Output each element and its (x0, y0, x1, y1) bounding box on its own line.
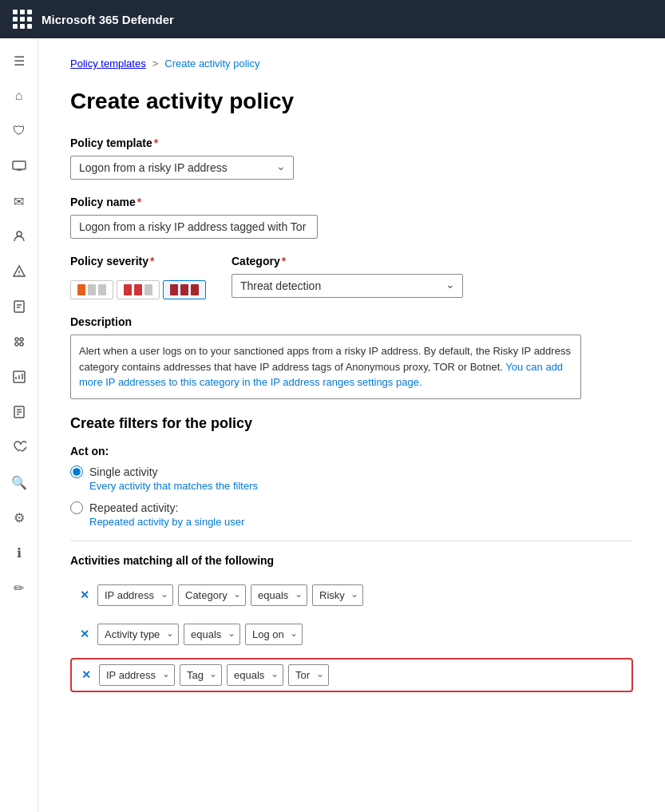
policy-name-label: Policy name* (70, 196, 633, 208)
breadcrumb-separator: > (152, 57, 159, 69)
policy-template-select[interactable]: Logon from a risky IP address (70, 156, 294, 180)
filter-2-remove-button[interactable]: ✕ (77, 626, 93, 642)
act-on-label: Act on: (70, 445, 633, 457)
identity-icon[interactable] (3, 220, 35, 252)
single-activity-sublabel: Every activity that matches the filters (89, 480, 633, 492)
filter-3-field4-select[interactable]: Tor (288, 664, 329, 686)
filter-3-field3-wrapper: equals (227, 664, 283, 686)
svg-point-3 (18, 274, 20, 275)
filter-2-field1-wrapper: Activity type (97, 624, 179, 645)
filter-3-field1-select[interactable]: IP address (99, 664, 175, 686)
category-select-wrapper: Threat detection (232, 274, 463, 298)
filter-3-field2-select[interactable]: Tag (180, 664, 222, 686)
severity-options (70, 280, 206, 299)
home-icon[interactable]: ⌂ (3, 80, 35, 112)
app-title: Microsoft 365 Defender (42, 13, 174, 26)
category-section: Category* Threat detection (232, 255, 463, 298)
edit-icon[interactable]: ✏ (3, 572, 35, 604)
app-launcher-icon[interactable] (13, 10, 32, 29)
policy-template-section: Policy template* Logon from a risky IP a… (70, 137, 633, 180)
severity-low-button[interactable] (70, 280, 113, 299)
severity-label: Policy severity* (70, 255, 206, 267)
filter-2-field1-select[interactable]: Activity type (97, 624, 179, 645)
filter-1-field4-wrapper: Risky (312, 584, 363, 606)
svg-point-5 (15, 338, 18, 341)
section-divider (70, 541, 633, 541)
breadcrumb: Policy templates > Create activity polic… (70, 57, 633, 69)
shield-icon[interactable]: 🛡 (3, 115, 35, 147)
filter-2-field3-select[interactable]: Log on (245, 624, 303, 645)
policy-name-section: Policy name* (70, 196, 633, 239)
filter-3-field1-wrapper: IP address (99, 664, 175, 686)
category-label: Category* (232, 255, 463, 267)
topbar: Microsoft 365 Defender (0, 0, 665, 38)
filter-3-field3-select[interactable]: equals (227, 664, 283, 686)
filter-2-field3-wrapper: Log on (245, 624, 303, 645)
filter-1-field2-wrapper: Category (178, 584, 246, 606)
category-select[interactable]: Threat detection (232, 274, 463, 298)
apps-icon[interactable] (3, 326, 35, 358)
severity-medium-button[interactable] (117, 280, 160, 299)
filter-2-field2-wrapper: equals (184, 624, 240, 645)
repeated-activity-sublabel: Repeated activity by a single user (89, 516, 633, 528)
settings-icon[interactable]: ⚙ (3, 501, 35, 533)
repeated-activity-label: Repeated activity: (89, 501, 178, 514)
filter-1-remove-button[interactable]: ✕ (77, 587, 93, 603)
svg-point-1 (17, 232, 22, 236)
compliance-icon[interactable] (3, 291, 35, 323)
description-label: Description (70, 315, 633, 328)
filter-1-field3-wrapper: equals (251, 584, 307, 606)
activities-heading: Activities matching all of the following (70, 554, 633, 567)
svg-point-6 (20, 338, 23, 341)
filter-row-3: ✕ IP address Tag equals Tor (70, 658, 633, 692)
sidebar: ☰ ⌂ 🛡 ✉ 🔍 ⚙ ℹ ✏ (0, 38, 38, 812)
reports-icon[interactable] (3, 361, 35, 393)
filter-3-field2-wrapper: Tag (180, 664, 222, 686)
info-icon[interactable]: ℹ (3, 537, 35, 568)
severity-section: Policy severity* (70, 255, 206, 299)
filter-1-field3-select[interactable]: equals (251, 584, 307, 606)
severity-category-row: Policy severity* Category* (70, 255, 633, 299)
svg-rect-4 (14, 301, 24, 312)
filter-row-2: ✕ Activity type equals Log on (70, 619, 633, 650)
device-icon[interactable] (3, 150, 35, 182)
policy-name-input[interactable] (70, 215, 318, 239)
act-on-section: Act on: Single activity Every activity t… (70, 445, 633, 528)
breadcrumb-current: Create activity policy (164, 57, 259, 69)
filter-1-field1-wrapper: IP address (97, 584, 173, 606)
single-activity-option: Single activity Every activity that matc… (70, 465, 633, 492)
repeated-activity-option: Repeated activity: Repeated activity by … (70, 501, 633, 528)
filter-2-field2-select[interactable]: equals (184, 624, 240, 645)
description-section: Description Alert when a user logs on to… (70, 315, 633, 399)
health-icon[interactable] (3, 431, 35, 463)
filter-3-field4-wrapper: Tor (288, 664, 329, 686)
filter-row-1: ✕ IP address Category equals Risky (70, 580, 633, 611)
filter-3-remove-button[interactable]: ✕ (78, 667, 94, 683)
svg-rect-0 (13, 161, 26, 169)
create-filters-heading: Create filters for the policy (70, 415, 633, 432)
filter-1-field4-select[interactable]: Risky (312, 584, 363, 606)
vulnerability-icon[interactable] (3, 255, 35, 287)
description-link[interactable]: You can add more IP addresses to this ca… (79, 361, 563, 389)
filter-1-field1-select[interactable]: IP address (97, 584, 173, 606)
single-activity-radio[interactable] (70, 465, 83, 478)
repeated-activity-radio[interactable] (70, 501, 83, 514)
svg-point-7 (15, 343, 18, 346)
policy-template-label: Policy template* (70, 137, 633, 149)
page-title: Create activity policy (70, 89, 633, 114)
policy-template-select-wrapper: Logon from a risky IP address (70, 156, 294, 180)
search-icon[interactable]: 🔍 (3, 466, 35, 498)
severity-high-button[interactable] (163, 280, 206, 299)
email-icon[interactable]: ✉ (3, 185, 35, 217)
audit-icon[interactable] (3, 396, 35, 428)
filter-1-field2-select[interactable]: Category (178, 584, 246, 606)
description-text: Alert when a user logs on to your sancti… (70, 335, 581, 399)
svg-point-8 (20, 343, 23, 346)
main-content: Policy templates > Create activity polic… (38, 38, 665, 812)
menu-icon[interactable]: ☰ (3, 45, 35, 77)
breadcrumb-parent[interactable]: Policy templates (70, 57, 146, 69)
single-activity-label: Single activity (89, 465, 158, 478)
